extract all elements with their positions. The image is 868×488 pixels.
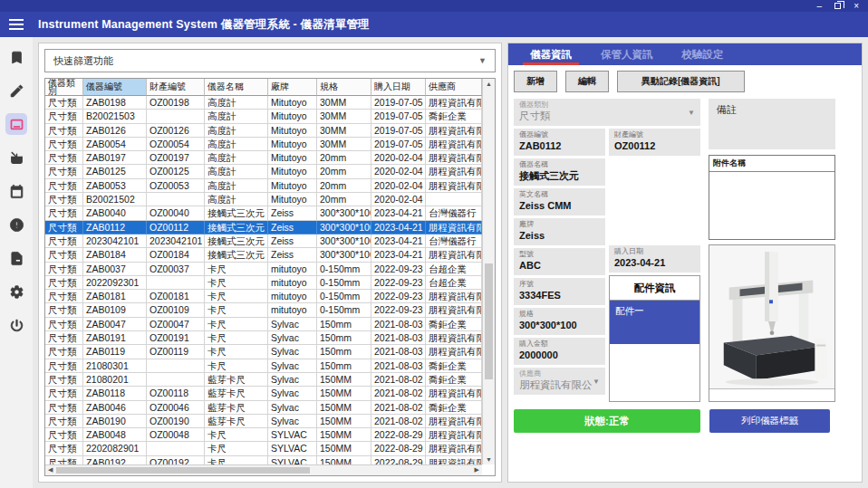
app-title: Instrument Management System 儀器管理系統 - 儀器… — [33, 17, 370, 33]
table-cell: 藍芽卡尺 — [205, 387, 268, 400]
edit-icon[interactable] — [5, 80, 27, 101]
scroll-left-icon[interactable]: ◀ — [48, 466, 53, 474]
app-bar: Instrument Management System 儀器管理系統 - 儀器… — [0, 12, 868, 37]
table-cell: 尺寸類 — [45, 248, 83, 262]
field-value: OZ00112 — [614, 139, 695, 153]
table-cell: 2022-09-23 — [371, 276, 426, 290]
form-field: 財產編號OZ00112 — [609, 129, 700, 156]
table-cell: 卡尺 — [205, 331, 268, 345]
table-row[interactable]: 尺寸類ZAB0054OZ00054高度計Mitutoyo30MM2019-07-… — [45, 138, 482, 151]
table-cell: 卡尺 — [205, 456, 268, 464]
table-row[interactable]: 尺寸類ZAB0037OZ00037卡尺mitutoyo0-150mm2022-0… — [45, 263, 482, 276]
attachments-list[interactable]: 附件名稱 — [709, 155, 835, 240]
hamburger-menu-icon[interactable] — [0, 19, 33, 30]
table-row[interactable]: 尺寸類ZAB0191OZ00191卡尺Sylvac150mm2021-08-03… — [45, 331, 482, 345]
field-label: 儀器名稱 — [519, 160, 600, 169]
table-row[interactable]: 尺寸類ZAB0184OZ00184接觸式三次元Zeiss300*300*1002… — [45, 248, 482, 262]
table-row[interactable]: 尺寸類ZAB0118OZ00118藍芽卡尺Sylvac150MM2021-08-… — [45, 387, 482, 400]
table-row[interactable]: 尺寸類B20021502高度計Mitutoyo20mm2020-02-04 — [45, 193, 482, 206]
accessory-item[interactable]: 配件一 — [610, 301, 699, 344]
horizontal-scroll-thumb[interactable] — [56, 467, 310, 474]
table-row[interactable]: 尺寸類ZAB0048OZ00048卡尺SYLVAC150MM2022-08-29… — [45, 428, 482, 442]
tab-保管人資訊[interactable]: 保管人資訊 — [586, 43, 668, 65]
table-cell: Mitutoyo — [268, 165, 317, 178]
table-row[interactable]: 尺寸類21080201藍芽卡尺Sylvac150MM2021-08-02喬鉅企業 — [45, 373, 482, 387]
column-header[interactable]: 規格 — [317, 79, 371, 96]
table-vertical-scrollbar[interactable]: ▲ ▼ — [482, 79, 495, 464]
column-header[interactable]: 儀器類別 — [45, 79, 83, 96]
vertical-scroll-thumb[interactable] — [485, 263, 493, 379]
field-label: 規格 — [519, 310, 600, 319]
scroll-right-icon[interactable]: ▶ — [475, 466, 479, 474]
action-button[interactable]: 編輯 — [565, 71, 609, 92]
table-row[interactable]: 尺寸類ZAB0040OZ00040接觸式三次元Zeiss300*300*1002… — [45, 206, 482, 220]
table-cell: 台灣儀器行 — [426, 234, 482, 248]
bookmark-icon[interactable] — [5, 46, 27, 68]
chevron-down-icon: ▼ — [688, 109, 695, 117]
status-button[interactable]: 狀態:正常 — [514, 409, 700, 433]
table-row[interactable]: 尺寸類2202082901卡尺SYLVAC150MM2022-08-29朋程資訊… — [45, 442, 482, 455]
instrument-table-wrap: 儀器類別儀器編號財產編號儀器名稱廠牌規格購入日期供應商尺寸類ZAB0198OZ0… — [44, 78, 496, 476]
minimize-icon[interactable]: – — [817, 2, 823, 11]
table-row[interactable]: 尺寸類ZAB0198OZ00198高度計Mitutoyo30MM2019-07-… — [45, 96, 482, 110]
table-cell: OZ00047 — [147, 318, 205, 331]
table-cell: mitutoyo — [268, 290, 317, 303]
scroll-up-icon[interactable]: ▲ — [483, 81, 495, 87]
table-row[interactable]: 尺寸類ZAB0046OZ00046藍芽卡尺Sylvac150MM2021-08-… — [45, 401, 482, 415]
table-row[interactable]: 尺寸類ZAB0192OZ00192卡尺SYLVAC150MM2022-08-29… — [45, 456, 482, 464]
table-row[interactable]: 尺寸類ZAB0112OZ00112接觸式三次元Zeiss300*300*1002… — [45, 221, 482, 234]
power-icon[interactable] — [5, 314, 27, 336]
accessories-list[interactable]: 配件一 — [609, 301, 700, 402]
close-icon[interactable]: × — [854, 2, 859, 11]
table-row[interactable]: 尺寸類ZAB0125OZ00125高度計Mitutoyo20mm2020-02-… — [45, 165, 482, 178]
table-row[interactable]: 尺寸類ZAB0119OZ00119卡尺Sylvac150mm2021-08-03… — [45, 345, 482, 359]
restore-icon[interactable] — [834, 2, 841, 11]
table-cell: Mitutoyo — [268, 138, 317, 151]
table-row[interactable]: 尺寸類ZAB0053OZ00053高度計Mitutoyo20mm2020-02-… — [45, 179, 482, 193]
check-in-icon[interactable] — [5, 147, 27, 168]
field-label: 儀器編號 — [519, 130, 600, 139]
table-row[interactable]: 尺寸類ZAB0047OZ00047卡尺Sylvac150mm2021-08-03… — [45, 318, 482, 331]
table-horizontal-scrollbar[interactable]: ◀ ▶ — [45, 464, 482, 475]
table-cell: 高度計 — [205, 179, 268, 193]
print-label-button[interactable]: 列印儀器標籤 — [709, 409, 830, 433]
tab-儀器資訊[interactable]: 儀器資訊 — [516, 43, 586, 65]
column-header[interactable]: 購入日期 — [371, 79, 426, 96]
table-cell: OZ00197 — [147, 151, 205, 165]
table-cell: 2021-08-03 — [371, 331, 426, 345]
field-value: 2000000 — [519, 349, 600, 362]
table-cell: ZAB0053 — [83, 179, 147, 193]
action-button[interactable]: 新增 — [514, 71, 557, 92]
column-header[interactable]: 儀器名稱 — [205, 79, 268, 96]
instrument-list-icon[interactable] — [5, 113, 27, 135]
column-header[interactable]: 供應商 — [426, 79, 482, 96]
table-row[interactable]: 尺寸類21080301卡尺Sylvac150mm2021-08-03喬鉅企業 — [45, 359, 482, 373]
table-cell: Zeiss — [268, 234, 317, 248]
table-cell: OZ00126 — [147, 124, 205, 138]
table-row[interactable]: 尺寸類ZAB0197OZ00197高度計Mitutoyo20mm2020-02-… — [45, 151, 482, 165]
column-header[interactable]: 儀器編號 — [83, 79, 147, 96]
form-field: 規格300*300*100 — [514, 308, 605, 335]
table-row[interactable]: 尺寸類ZAB0181OZ00181卡尺mitutoyo0-150mm2022-0… — [45, 290, 482, 303]
cmm-machine-photo — [709, 245, 834, 388]
column-header[interactable]: 廠牌 — [268, 79, 317, 96]
quick-filter-dropdown[interactable]: 快速篩選功能 ▼ — [44, 49, 496, 72]
form-column-b: 財產編號OZ00112購入日期2023-04-21 配件資訊 配件一 — [609, 129, 700, 402]
table-row[interactable]: 尺寸類ZAB0126OZ00126高度計Mitutoyo30MM2019-07-… — [45, 124, 482, 138]
tab-校驗設定[interactable]: 校驗設定 — [668, 43, 738, 65]
table-row[interactable]: 尺寸類20230421012023042101接觸式三次元Zeiss300*30… — [45, 234, 482, 248]
scroll-down-icon[interactable]: ▼ — [483, 456, 495, 463]
table-row[interactable]: 尺寸類2022092301卡尺mitutoyo0-150mm2022-09-23… — [45, 276, 482, 290]
settings-icon[interactable] — [5, 281, 27, 302]
table-row[interactable]: 尺寸類ZAB0109OZ00109卡尺mitutoyo0-150mm2022-0… — [45, 303, 482, 317]
calendar-icon[interactable] — [5, 180, 27, 202]
field-label: 財產編號 — [614, 130, 695, 139]
table-cell: 0-150mm — [317, 263, 371, 276]
table-row[interactable]: 尺寸類ZAB0190OZ00190藍芽卡尺Sylvac150MM2021-08-… — [45, 415, 482, 428]
action-button[interactable]: 異動記錄[儀器資訊] — [617, 71, 745, 92]
column-header[interactable]: 財產編號 — [147, 79, 205, 96]
document-icon[interactable] — [5, 247, 27, 269]
table-row[interactable]: 尺寸類B20021503高度計Mitutoyo30MM2019-07-05喬鉅企… — [45, 110, 482, 123]
alert-icon[interactable] — [5, 214, 27, 235]
table-cell: 20mm — [317, 179, 371, 193]
